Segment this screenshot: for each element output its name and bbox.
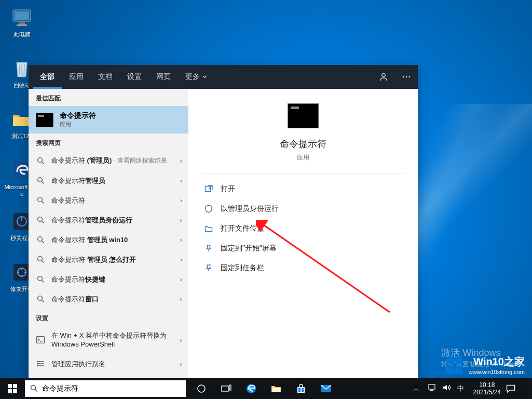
start-button[interactable] xyxy=(0,378,25,399)
svg-point-14 xyxy=(37,157,42,162)
settings-result[interactable]: 在 Win + X 菜单中将命令提示符替换为 Windows PowerShel… xyxy=(29,326,188,354)
web-result[interactable]: 命令提示符 管理员 怎么打开 › xyxy=(29,249,188,269)
svg-rect-37 xyxy=(206,187,211,192)
settings-result-text: 管理应用执行别名 xyxy=(51,360,105,368)
action-open[interactable]: 打开 xyxy=(202,179,404,199)
clock-date: 2021/5/24 xyxy=(473,389,501,396)
search-icon xyxy=(36,215,45,224)
svg-rect-35 xyxy=(37,363,38,364)
search-panel: 全部 应用 文档 设置 网页 更多 最佳匹配 命令提示符 应用 xyxy=(29,65,418,378)
svg-line-44 xyxy=(35,389,37,391)
tray-network-icon[interactable] xyxy=(428,384,436,393)
svg-line-21 xyxy=(42,221,44,223)
search-results-list: 最佳匹配 命令提示符 应用 搜索网页 命令提示符 (管理员) - 查看网络搜索结… xyxy=(29,89,188,378)
task-view-button[interactable] xyxy=(214,378,239,399)
desktop-icon-pc[interactable]: 此电脑 xyxy=(3,3,40,49)
action-pin-taskbar[interactable]: 固定到任务栏 xyxy=(202,258,404,278)
settings-result[interactable]: 管理应用执行别名 › xyxy=(29,354,188,374)
svg-rect-1 xyxy=(15,11,29,20)
svg-rect-52 xyxy=(302,388,304,390)
chevron-right-icon: › xyxy=(180,196,182,204)
tray-overflow-button[interactable]: ︿ xyxy=(408,384,424,393)
svg-rect-47 xyxy=(229,385,231,387)
web-result-text: 命令提示符窗口 xyxy=(51,295,99,303)
svg-rect-56 xyxy=(429,384,435,389)
action-center-button[interactable] xyxy=(506,384,529,393)
taskbar-mail[interactable] xyxy=(313,378,338,399)
web-result[interactable]: 命令提示符 管理员 win10 › xyxy=(29,230,188,249)
svg-point-22 xyxy=(37,236,42,241)
section-web: 搜索网页 xyxy=(29,134,188,151)
search-tabs: 全部 应用 文档 设置 网页 更多 xyxy=(29,65,418,89)
web-result[interactable]: 命令提示符管理员身份运行 › xyxy=(29,210,188,230)
web-result[interactable]: 命令提示符 › xyxy=(29,190,188,210)
tab-web[interactable]: 网页 xyxy=(149,65,178,89)
chevron-right-icon: › xyxy=(180,275,182,283)
search-input[interactable] xyxy=(42,380,181,397)
action-run-admin[interactable]: 以管理员身份运行 xyxy=(202,199,404,219)
action-open-location[interactable]: 打开文件位置 xyxy=(202,219,404,238)
search-icon xyxy=(36,176,45,185)
svg-rect-40 xyxy=(13,384,17,388)
tab-all[interactable]: 全部 xyxy=(33,65,62,89)
svg-rect-5 xyxy=(13,213,30,230)
cortana-button[interactable] xyxy=(189,378,214,399)
action-label: 固定到任务栏 xyxy=(221,263,264,273)
chevron-right-icon: › xyxy=(180,336,182,344)
pin-icon xyxy=(204,244,213,253)
web-result[interactable]: 命令提示符窗口 › xyxy=(29,289,188,309)
action-label: 以管理员身份运行 xyxy=(221,204,279,214)
web-result-text: 命令提示符快捷键 xyxy=(51,275,105,284)
tab-more[interactable]: 更多 xyxy=(178,65,214,89)
desktop-icon-label: 回收站 xyxy=(13,82,31,89)
svg-point-16 xyxy=(37,177,42,182)
web-result[interactable]: 命令提示符管理员 › xyxy=(29,170,188,190)
admin-icon xyxy=(204,204,213,214)
taskbar-store[interactable] xyxy=(289,378,313,399)
tab-settings[interactable]: 设置 xyxy=(120,65,149,89)
web-result[interactable]: 命令提示符 (管理员) - 查看网络搜索结果 › xyxy=(29,151,188,170)
svg-point-11 xyxy=(403,76,404,78)
web-result-text: 命令提示符 管理员 win10 xyxy=(51,235,128,244)
chevron-right-icon: › xyxy=(180,295,182,303)
tab-apps[interactable]: 应用 xyxy=(62,65,91,89)
open-icon xyxy=(204,184,213,194)
svg-point-24 xyxy=(37,256,42,261)
taskbar-clock[interactable]: 10:18 2021/5/24 xyxy=(468,381,506,396)
taskbar-search-box[interactable] xyxy=(25,380,186,397)
tab-more-label: 更多 xyxy=(185,72,200,82)
svg-rect-34 xyxy=(37,361,38,362)
svg-line-27 xyxy=(42,280,44,282)
svg-line-29 xyxy=(42,300,44,302)
web-result-text: 命令提示符管理员 xyxy=(51,176,105,185)
tray-volume-icon[interactable] xyxy=(443,384,451,393)
section-best-match: 最佳匹配 xyxy=(29,89,188,106)
taskbar-edge[interactable] xyxy=(239,378,264,399)
action-label: 固定到"开始"屏幕 xyxy=(221,244,277,253)
web-result[interactable]: 命令提示符快捷键 › xyxy=(29,269,188,289)
svg-point-13 xyxy=(409,76,411,78)
svg-rect-50 xyxy=(272,388,280,392)
show-desktop-button[interactable] xyxy=(529,378,532,399)
action-pin-start[interactable]: 固定到"开始"屏幕 xyxy=(202,238,404,258)
tray-ime-icon[interactable]: 中 xyxy=(457,384,464,393)
site-url: www.win10xitong.com xyxy=(469,369,525,375)
best-match-result[interactable]: 命令提示符 应用 xyxy=(29,106,188,134)
web-result-text: 命令提示符 管理员 怎么打开 xyxy=(51,255,136,264)
chevron-right-icon: › xyxy=(180,360,182,368)
chevron-right-icon: › xyxy=(180,157,182,165)
web-result-text: 命令提示符 (管理员) - 查看网络搜索结果 xyxy=(51,156,167,165)
action-label: 打开 xyxy=(221,184,235,194)
chevron-right-icon: › xyxy=(180,256,182,263)
best-match-title: 命令提示符 xyxy=(60,111,96,121)
preview-subtitle: 应用 xyxy=(202,153,404,162)
svg-rect-2 xyxy=(19,22,25,24)
account-icon[interactable] xyxy=(372,65,395,89)
preview-cmd-icon xyxy=(288,103,319,128)
svg-point-18 xyxy=(37,197,42,202)
web-result-text: 命令提示符 xyxy=(51,196,85,205)
tab-docs[interactable]: 文档 xyxy=(91,65,120,89)
search-icon xyxy=(36,156,45,165)
more-options-icon[interactable] xyxy=(395,65,418,89)
taskbar-explorer[interactable] xyxy=(264,378,289,399)
